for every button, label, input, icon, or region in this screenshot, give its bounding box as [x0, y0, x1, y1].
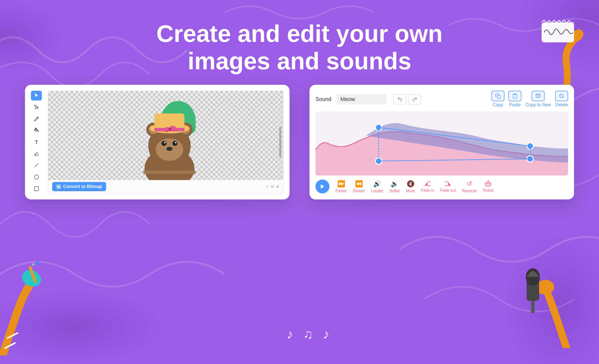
fill-tool-button[interactable]	[31, 126, 42, 135]
svg-rect-34	[514, 94, 516, 95]
faster-icon: ⏩	[337, 180, 345, 188]
svg-point-1	[34, 175, 39, 179]
sound-name-input[interactable]	[336, 94, 386, 104]
svg-rect-65	[32, 263, 35, 266]
copy-to-new-button[interactable]: Copy to New	[525, 91, 551, 107]
fade-out-label: Fade out	[440, 188, 456, 193]
svg-rect-32	[59, 187, 60, 187]
text-tool-button[interactable]: T	[31, 137, 42, 147]
play-icon	[319, 183, 325, 189]
softer-label: Softer	[389, 189, 400, 193]
canvas-bottom-bar: Convert to Bitmap − = +	[48, 180, 283, 193]
robot-button[interactable]: Robot	[483, 180, 493, 193]
line-tool-button[interactable]	[31, 161, 42, 170]
deco-hand-mic	[504, 263, 574, 349]
svg-rect-54	[487, 185, 489, 185]
svg-rect-29	[58, 185, 58, 186]
paste-icon	[512, 93, 518, 99]
deco-hand-bottom-left	[0, 261, 57, 357]
fade-in-label: Fade in	[421, 188, 434, 193]
fade-in-icon	[424, 180, 431, 187]
rect-tool-button[interactable]	[31, 184, 42, 193]
svg-rect-33	[497, 95, 500, 98]
image-editor-panel: T	[25, 85, 290, 199]
paste-label: Paste	[509, 102, 521, 107]
fade-out-icon	[445, 180, 451, 187]
svg-line-0	[35, 164, 38, 167]
heading-line1: Create and edit your own	[0, 20, 599, 47]
music-note-1: ♪	[287, 327, 293, 342]
svg-rect-2	[34, 186, 39, 191]
erase-tool-button[interactable]	[31, 149, 42, 159]
svg-rect-31	[58, 187, 58, 187]
sound-toolbar: Sound	[315, 91, 568, 107]
undo-icon	[397, 96, 403, 102]
pencil-tool-button[interactable]	[31, 114, 42, 124]
music-note-3: ♪	[323, 327, 329, 342]
svg-point-26	[168, 128, 171, 131]
undo-button[interactable]	[393, 94, 406, 104]
convert-to-bitmap-button[interactable]: Convert to Bitmap	[52, 182, 106, 191]
panels-container: T	[25, 85, 574, 199]
svg-rect-70	[531, 301, 535, 313]
sound-label: Sound	[315, 96, 331, 102]
redo-button[interactable]	[408, 94, 421, 104]
zoom-out-button[interactable]: −	[266, 183, 269, 190]
svg-point-17	[172, 141, 177, 146]
reverse-icon: ↺	[467, 180, 472, 188]
play-button[interactable]	[315, 180, 329, 193]
canvas-scrollbar[interactable]	[279, 103, 281, 181]
fade-out-button[interactable]: Fade out	[440, 180, 456, 193]
sound-editor-panel: Sound	[309, 85, 574, 199]
zoom-in-button[interactable]: +	[276, 183, 279, 190]
svg-rect-30	[59, 185, 60, 186]
svg-point-19	[175, 142, 176, 143]
delete-label: Delete	[555, 102, 568, 107]
mute-button[interactable]: 🔇 Mute	[406, 180, 415, 193]
waveform-display	[315, 111, 568, 176]
copy-button[interactable]: Copy	[491, 91, 504, 107]
reverse-button[interactable]: ↺ Reverse	[462, 180, 477, 193]
softer-icon: 🔉	[391, 180, 399, 188]
copy-icon	[495, 93, 501, 99]
louder-label: Louder	[371, 189, 383, 193]
svg-rect-51	[486, 182, 491, 186]
slower-label: Slower	[353, 189, 365, 193]
softer-button[interactable]: 🔉 Softer	[389, 180, 400, 193]
louder-icon: 🔊	[373, 180, 381, 188]
music-note-2: ♫	[303, 327, 313, 342]
delete-icon	[559, 93, 564, 99]
convert-btn-label: Convert to Bitmap	[63, 184, 102, 189]
zoom-fit-button[interactable]: =	[271, 183, 274, 190]
mute-icon: 🔇	[407, 180, 415, 188]
tools-sidebar: T	[31, 91, 44, 193]
image-editor-content: T	[25, 85, 290, 199]
image-canvas: Convert to Bitmap − = +	[48, 91, 284, 193]
zoom-controls: − = +	[266, 183, 279, 190]
music-notes-container: ♪ ♫ ♪	[287, 327, 329, 342]
robot-label: Robot	[483, 188, 493, 193]
reshape-tool-button[interactable]	[31, 102, 42, 112]
select-tool-button[interactable]	[31, 91, 42, 100]
sound-editor-content: Sound	[309, 85, 574, 199]
svg-rect-52	[487, 183, 488, 184]
redo-icon	[412, 96, 418, 102]
circle-tool-button[interactable]	[31, 172, 42, 182]
copy-to-new-icon	[535, 93, 541, 99]
fade-in-button[interactable]: Fade in	[421, 180, 434, 193]
svg-point-18	[164, 142, 165, 143]
playback-controls: ⏩ Faster ⏪ Slower 🔊 Louder 🔉 Softer 🔇	[315, 180, 568, 193]
svg-point-20	[166, 147, 172, 151]
delete-button[interactable]: Delete	[555, 91, 568, 107]
paste-button[interactable]: Paste	[508, 91, 521, 107]
svg-rect-53	[488, 183, 490, 184]
robot-icon	[485, 180, 492, 187]
svg-rect-27	[143, 171, 196, 174]
heading-line2: images and sounds	[0, 47, 599, 75]
slower-button[interactable]: ⏪ Slower	[353, 180, 365, 193]
copy-to-new-label: Copy to New	[525, 102, 551, 107]
bear-illustration	[123, 91, 208, 181]
waveform-svg	[315, 111, 568, 176]
faster-button[interactable]: ⏩ Faster	[335, 180, 347, 193]
louder-button[interactable]: 🔊 Louder	[371, 180, 383, 193]
